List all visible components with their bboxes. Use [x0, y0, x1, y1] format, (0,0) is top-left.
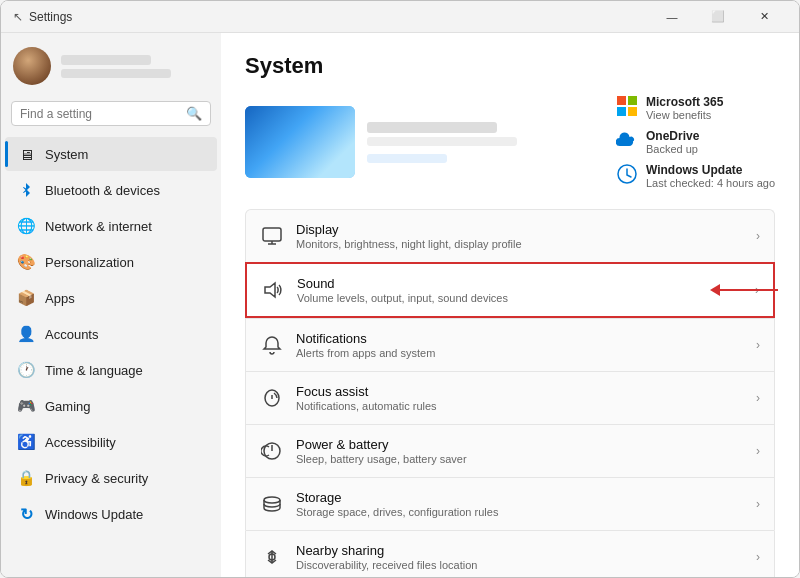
- nav-update-label: Windows Update: [45, 507, 205, 522]
- sound-title: Sound: [297, 276, 743, 291]
- settings-list: Display Monitors, brightness, night ligh…: [245, 209, 775, 577]
- service-windowsupdate[interactable]: Windows Update Last checked: 4 hours ago: [616, 163, 775, 189]
- nav-accessibility[interactable]: ♿ Accessibility: [5, 425, 217, 459]
- windowsupdate-name: Windows Update: [646, 163, 775, 177]
- update-icon: ↻: [17, 505, 35, 523]
- svg-rect-1: [628, 96, 637, 105]
- system-icon: 🖥: [17, 145, 35, 163]
- focus-info: Focus assist Notifications, automatic ru…: [296, 384, 744, 412]
- focus-chevron: ›: [756, 391, 760, 405]
- pc-link[interactable]: [367, 154, 447, 163]
- accounts-icon: 👤: [17, 325, 35, 343]
- privacy-icon: 🔒: [17, 469, 35, 487]
- power-info: Power & battery Sleep, battery usage, ba…: [296, 437, 744, 465]
- nav-system-label: System: [45, 147, 205, 162]
- nav-network[interactable]: 🌐 Network & internet: [5, 209, 217, 243]
- nav-gaming[interactable]: 🎮 Gaming: [5, 389, 217, 423]
- windowsupdate-icon: [616, 163, 638, 185]
- storage-chevron: ›: [756, 497, 760, 511]
- power-chevron: ›: [756, 444, 760, 458]
- sidebar: 🔍 🖥 System Bluetooth & devices 🌐 Network…: [1, 33, 221, 577]
- display-chevron: ›: [756, 229, 760, 243]
- apps-icon: 📦: [17, 289, 35, 307]
- nav-update[interactable]: ↻ Windows Update: [5, 497, 217, 531]
- pc-thumbnail: [245, 106, 355, 178]
- nav-system[interactable]: 🖥 System: [5, 137, 217, 171]
- nav-accessibility-label: Accessibility: [45, 435, 205, 450]
- nav-accounts[interactable]: 👤 Accounts: [5, 317, 217, 351]
- nav-bluetooth-label: Bluetooth & devices: [45, 183, 205, 198]
- power-title: Power & battery: [296, 437, 744, 452]
- power-desc: Sleep, battery usage, battery saver: [296, 453, 744, 465]
- microsoft365-icon: [616, 95, 638, 117]
- storage-icon: [260, 492, 284, 516]
- accessibility-icon: ♿: [17, 433, 35, 451]
- focus-icon: [260, 386, 284, 410]
- svg-rect-0: [617, 96, 626, 105]
- settings-item-power[interactable]: Power & battery Sleep, battery usage, ba…: [245, 424, 775, 477]
- nav-personalization[interactable]: 🎨 Personalization: [5, 245, 217, 279]
- settings-item-display[interactable]: Display Monitors, brightness, night ligh…: [245, 209, 775, 262]
- titlebar-controls: — ⬜ ✕: [649, 1, 787, 33]
- titlebar: ↖ Settings — ⬜ ✕: [1, 1, 799, 33]
- focus-desc: Notifications, automatic rules: [296, 400, 744, 412]
- nav-privacy-label: Privacy & security: [45, 471, 205, 486]
- nav-accounts-label: Accounts: [45, 327, 205, 342]
- nav-time-label: Time & language: [45, 363, 205, 378]
- notifications-title: Notifications: [296, 331, 744, 346]
- search-box[interactable]: 🔍: [11, 101, 211, 126]
- settings-item-sound[interactable]: Sound Volume levels, output, input, soun…: [245, 262, 775, 318]
- nav-network-label: Network & internet: [45, 219, 205, 234]
- titlebar-title: Settings: [29, 10, 72, 24]
- nearby-desc: Discoverability, received files location: [296, 559, 744, 571]
- top-banner: Microsoft 365 View benefits OneDrive: [245, 95, 775, 189]
- gaming-icon: 🎮: [17, 397, 35, 415]
- nearby-chevron: ›: [756, 550, 760, 564]
- storage-desc: Storage space, drives, configuration rul…: [296, 506, 744, 518]
- maximize-button[interactable]: ⬜: [695, 1, 741, 33]
- arrow-annotation: [718, 289, 778, 291]
- nav-apps-label: Apps: [45, 291, 205, 306]
- nav-time[interactable]: 🕐 Time & language: [5, 353, 217, 387]
- close-button[interactable]: ✕: [741, 1, 787, 33]
- profile-email: [61, 69, 171, 78]
- nav-apps[interactable]: 📦 Apps: [5, 281, 217, 315]
- pc-info: [367, 122, 517, 163]
- settings-item-focus[interactable]: Focus assist Notifications, automatic ru…: [245, 371, 775, 424]
- microsoft365-sub: View benefits: [646, 109, 723, 121]
- service-microsoft365[interactable]: Microsoft 365 View benefits: [616, 95, 775, 121]
- settings-item-notifications[interactable]: Notifications Alerts from apps and syste…: [245, 318, 775, 371]
- profile-name: [61, 55, 151, 65]
- nav-personalization-label: Personalization: [45, 255, 205, 270]
- pc-spec: [367, 137, 517, 146]
- onedrive-icon: [616, 129, 638, 151]
- focus-title: Focus assist: [296, 384, 744, 399]
- minimize-button[interactable]: —: [649, 1, 695, 33]
- settings-item-storage[interactable]: Storage Storage space, drives, configura…: [245, 477, 775, 530]
- nav-privacy[interactable]: 🔒 Privacy & security: [5, 461, 217, 495]
- storage-info: Storage Storage space, drives, configura…: [296, 490, 744, 518]
- banner-services: Microsoft 365 View benefits OneDrive: [616, 95, 775, 189]
- svg-marker-6: [265, 283, 275, 297]
- power-icon: [260, 439, 284, 463]
- profile-info: [61, 55, 171, 78]
- notifications-chevron: ›: [756, 338, 760, 352]
- display-info: Display Monitors, brightness, night ligh…: [296, 222, 744, 250]
- svg-rect-5: [263, 228, 281, 241]
- pc-thumbnail-overlay: [245, 106, 355, 178]
- display-icon: [260, 224, 284, 248]
- service-onedrive[interactable]: OneDrive Backed up: [616, 129, 775, 155]
- nav-bluetooth[interactable]: Bluetooth & devices: [5, 173, 217, 207]
- page-title: System: [245, 53, 775, 79]
- service-windowsupdate-text: Windows Update Last checked: 4 hours ago: [646, 163, 775, 189]
- avatar[interactable]: [13, 47, 51, 85]
- settings-item-nearby[interactable]: Nearby sharing Discoverability, received…: [245, 530, 775, 577]
- notifications-desc: Alerts from apps and system: [296, 347, 744, 359]
- nearby-info: Nearby sharing Discoverability, received…: [296, 543, 744, 571]
- search-input[interactable]: [20, 107, 180, 121]
- sidebar-profile: [1, 33, 221, 95]
- notifications-info: Notifications Alerts from apps and syste…: [296, 331, 744, 359]
- svg-rect-2: [617, 107, 626, 116]
- content-area: System: [221, 33, 799, 577]
- notifications-icon: [260, 333, 284, 357]
